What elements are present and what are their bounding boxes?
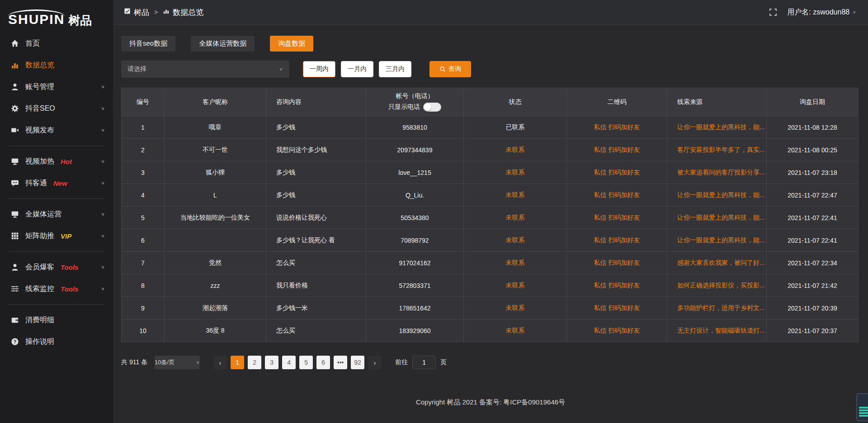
sidebar-item-11[interactable]: 消费明细 <box>0 309 113 331</box>
source-link[interactable]: 被大家追着问的客厅投影分享... <box>667 161 767 184</box>
cell-content: 多少钱 <box>266 116 366 139</box>
phone-only-toggle[interactable] <box>423 103 441 112</box>
page-button-2[interactable]: 2 <box>248 356 261 369</box>
logo[interactable]: SHUPIN 树品 <box>0 0 113 26</box>
breadcrumb: 树品 > 数据总览 <box>124 7 203 18</box>
sidebar-item-6[interactable]: 抖客通New∨ <box>0 172 113 194</box>
column-header-account: 帐号（电话）只显示电话 <box>366 88 464 116</box>
page-button-1[interactable]: 1 <box>231 356 244 369</box>
sidebar-item-4[interactable]: 视频发布∨ <box>0 119 113 141</box>
period-button-2[interactable]: 三月内 <box>379 61 411 77</box>
qr-links[interactable]: 私信 扫码加好友 <box>567 207 667 229</box>
next-page-button[interactable]: › <box>368 356 382 369</box>
cell-num: 7 <box>122 252 165 274</box>
status-badge: 未联系 <box>464 229 567 252</box>
page-button-4[interactable]: 4 <box>282 356 296 369</box>
goto-prefix: 前往 <box>395 358 408 367</box>
period-button-1[interactable]: 一月内 <box>341 61 373 77</box>
sidebar-item-7[interactable]: 全媒体运营∨ <box>0 203 113 225</box>
sidebar-item-label: 抖客通 <box>25 179 47 188</box>
table-row: 7觉然怎么买917024162未联系私信 扫码加好友感谢大家喜欢我家，被问了好.… <box>122 252 859 274</box>
cell-account: love__1215 <box>366 161 464 184</box>
qr-links[interactable]: 私信 扫码加好友 <box>567 252 667 274</box>
goto-page-input[interactable] <box>412 356 436 369</box>
chevron-down-icon: ∨ <box>279 66 283 71</box>
cell-nickname: 觉然 <box>165 252 266 274</box>
sidebar-item-label: 视频发布 <box>25 126 54 135</box>
cell-nickname: 潮起潮落 <box>165 297 266 320</box>
cell-content: 多少钱？让我死心 看 <box>266 229 366 252</box>
cell-account: 70898792 <box>366 229 464 252</box>
tab-1[interactable]: 全媒体运营数据 <box>191 36 255 52</box>
cell-account: 572803371 <box>366 274 464 297</box>
source-link[interactable]: 无主灯设计，智能磁吸轨道灯... <box>667 320 767 342</box>
cell-date: 2021-11-08 12:28 <box>767 116 859 139</box>
sidebar-item-12[interactable]: ?操作说明 <box>0 331 113 352</box>
page-button-3[interactable]: 3 <box>265 356 278 369</box>
qr-links[interactable]: 私信 扫码加好友 <box>567 297 667 320</box>
source-link[interactable]: 让你一眼就爱上的黑科技，能... <box>667 207 767 229</box>
cell-content: 怎么买 <box>266 252 366 274</box>
column-header-date: 询盘日期 <box>767 88 859 116</box>
chevron-down-icon: ∨ <box>101 264 105 269</box>
sidebar-item-1[interactable]: 数据总览 <box>0 54 113 76</box>
cell-content: 怎么买 <box>266 320 366 342</box>
sidebar-item-9[interactable]: 会员爆客Tools∨ <box>0 256 113 278</box>
cell-date: 2021-11-07 20:39 <box>767 297 859 320</box>
qr-links[interactable]: 私信 扫码加好友 <box>567 274 667 297</box>
cell-date: 2021-11-07 23:18 <box>767 161 859 184</box>
sidebar-item-0[interactable]: 首页 <box>0 33 113 54</box>
qr-links[interactable]: 私信 扫码加好友 <box>567 184 667 207</box>
sidebar-item-8[interactable]: 矩阵助推VIP∨ <box>0 225 113 247</box>
fullscreen-icon[interactable] <box>769 8 777 16</box>
source-link[interactable]: 让你一眼就爱上的黑科技，能... <box>667 116 767 139</box>
tab-2[interactable]: 询盘数据 <box>270 36 313 52</box>
tab-0[interactable]: 抖音seo数据 <box>121 36 175 52</box>
page-button-6[interactable]: 6 <box>316 356 330 369</box>
qr-links[interactable]: 私信 扫码加好友 <box>567 161 667 184</box>
sidebar-item-3[interactable]: 抖音SEO∨ <box>0 98 113 119</box>
page-size-select[interactable]: 10条/页 ∨ <box>155 356 200 369</box>
query-button[interactable]: 查询 <box>429 61 471 77</box>
status-badge: 已联系 <box>464 116 567 139</box>
cell-nickname: 当地比较能吃的一位美女 <box>165 207 266 229</box>
source-link[interactable]: 让你一眼就爱上的黑科技，能... <box>667 229 767 252</box>
filter-select[interactable]: 请选择 ∨ <box>121 61 289 78</box>
column-header-content: 咨询内容 <box>266 88 366 116</box>
sidebar-item-10[interactable]: 线索监控Tools∨ <box>0 278 113 300</box>
floating-widget[interactable] <box>856 393 868 421</box>
qr-links[interactable]: 私信 扫码加好友 <box>567 320 667 342</box>
breadcrumb-current: 数据总览 <box>173 7 203 18</box>
source-link[interactable]: 感谢大家喜欢我家，被问了好... <box>667 252 767 274</box>
table-row: 2不可一世我想问这个多少钱2097344839未联系私信 扫码加好友客厅安装投影… <box>122 139 859 161</box>
cell-content: 多少钱 <box>266 184 366 207</box>
page-ellipsis-button[interactable]: ••• <box>334 356 347 369</box>
prev-page-button[interactable]: ‹ <box>213 356 227 369</box>
gear-icon <box>11 104 19 113</box>
user-menu[interactable]: 用户名: zswodun88 ∨ <box>787 8 856 17</box>
inquiry-table: 编号客户昵称咨询内容帐号（电话）只显示电话状态二维码线索来源询盘日期 1哦章多少… <box>121 88 859 342</box>
sliders-icon <box>11 285 19 293</box>
chevron-down-icon: ∨ <box>101 159 105 164</box>
cell-nickname <box>165 229 266 252</box>
sidebar-item-2[interactable]: 账号管理∨ <box>0 76 113 98</box>
qr-links[interactable]: 私信 扫码加好友 <box>567 229 667 252</box>
chat-icon <box>11 179 19 187</box>
qr-links[interactable]: 私信 扫码加好友 <box>567 139 667 161</box>
breadcrumb-home[interactable]: 树品 <box>134 7 149 18</box>
period-button-0[interactable]: 一周内 <box>303 61 335 77</box>
source-link[interactable]: 让你一眼就爱上的黑科技，能... <box>667 184 767 207</box>
qr-links[interactable]: 私信 扫码加好友 <box>567 116 667 139</box>
page-button-5[interactable]: 5 <box>299 356 313 369</box>
page-button-92[interactable]: 92 <box>351 356 364 369</box>
cell-date: 2021-11-07 22:47 <box>767 184 859 207</box>
source-link[interactable]: 如何正确选择投影仪，买投影... <box>667 274 767 297</box>
status-badge: 未联系 <box>464 297 567 320</box>
bar-chart-icon <box>163 8 170 17</box>
source-link[interactable]: 客厅安装投影半年多了，真实... <box>667 139 767 161</box>
source-link[interactable]: 多功能护栏灯，适用于乡村文... <box>667 297 767 320</box>
cell-date: 2021-11-07 22:41 <box>767 207 859 229</box>
sidebar-item-label: 账号管理 <box>25 82 54 92</box>
sidebar-item-5[interactable]: 视频加热Hot∨ <box>0 150 113 172</box>
sidebar-item-label: 矩阵助推 <box>25 231 54 241</box>
